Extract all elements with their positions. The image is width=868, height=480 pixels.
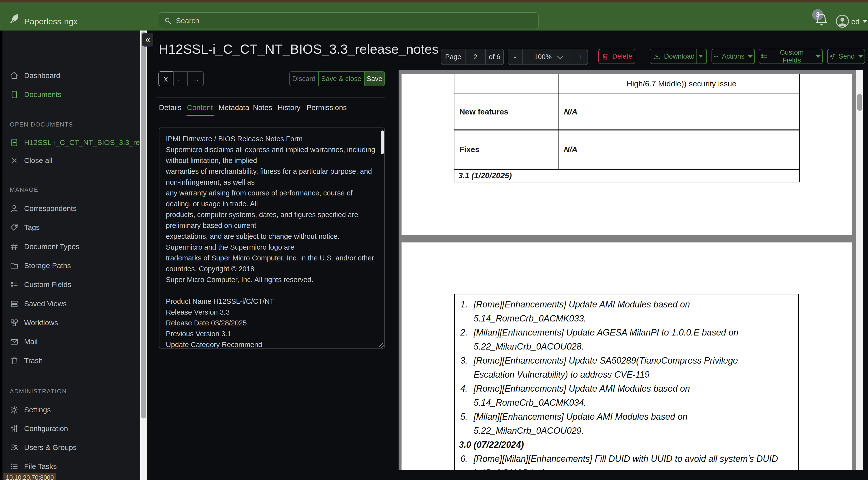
actions-button[interactable]: Actions [712, 49, 755, 64]
task-list-icon [10, 462, 19, 471]
table-value: N/A [559, 130, 799, 169]
paperless-logo-icon [9, 13, 21, 26]
sidebar-item-documents[interactable]: Documents [10, 89, 62, 100]
app-title: Paperless-ngx [24, 17, 78, 26]
custom-fields-button[interactable]: Custom Fields [759, 49, 823, 64]
list-item-number: 2. [455, 325, 474, 354]
page-number-input[interactable]: 2 [465, 49, 485, 64]
pdf-page-2: 1.[Rome][Enhancements] Update AMI Module… [402, 242, 852, 470]
save-button[interactable]: Save [364, 71, 385, 86]
list-item-text: [Rome][Milan][Enhancements] Fill DUID wi… [474, 452, 781, 470]
workflows-icon [10, 318, 19, 327]
changelog-list-item: 4.[Rome][Enhancements] Update AMI Module… [455, 382, 781, 410]
sidebar-item-storage-paths[interactable]: Storage Paths [10, 260, 71, 271]
editor-divider [156, 97, 385, 97]
list-item-number: 6. [455, 452, 474, 470]
mail-icon [10, 337, 19, 346]
sidebar-item-custom-fields[interactable]: Custom Fields [10, 279, 71, 291]
sidebar-collapse-button[interactable]: « [142, 33, 153, 47]
close-document-button[interactable]: x [158, 71, 173, 86]
sidebar-scrollbar-thumb[interactable] [141, 31, 146, 418]
search-input[interactable] [176, 16, 521, 25]
zoom-level-value: 100% [534, 53, 552, 61]
textarea-scrollbar-thumb[interactable] [381, 130, 384, 154]
tag-icon [10, 223, 19, 232]
custom-fields-icon [10, 280, 19, 289]
pdf-preview-pane[interactable]: High/6.7 Middle)) security issue New fea… [399, 70, 863, 470]
saved-views-icon [10, 299, 19, 308]
person-icon [10, 204, 19, 213]
global-search[interactable] [159, 12, 538, 29]
zoom-level-select[interactable]: 100% [522, 49, 574, 64]
zoom-control-group: - 100% + [508, 49, 588, 65]
previous-document-button[interactable]: ← [173, 71, 187, 86]
ellipsis-icon [713, 53, 718, 60]
user-avatar-icon[interactable] [836, 14, 849, 28]
document-content-textarea[interactable]: IPMI Firmware / BIOS Release Notes Form … [159, 127, 385, 349]
username-label[interactable]: ed [851, 18, 859, 26]
save-and-close-button[interactable]: Save & close [318, 71, 364, 86]
sidebar-item-configuration[interactable]: Configuration [10, 423, 68, 434]
sidebar-item-workflows[interactable]: Workflows [10, 317, 58, 329]
sidebar-item-users-groups[interactable]: Users & Groups [10, 442, 76, 453]
list-item-number: 3. [455, 354, 474, 382]
sidebar-item-saved-views[interactable]: Saved Views [10, 298, 67, 310]
sliders-icon [10, 424, 19, 433]
gear-icon [10, 406, 19, 414]
sidebar: Dashboard Documents OPEN DOCUMENTS H12SS… [2, 31, 140, 480]
sidebar-item-document-types[interactable]: Document Types [10, 241, 80, 252]
app-header: Paperless-ngx 3 ed [0, 2, 868, 31]
tab-details[interactable]: Details [159, 103, 182, 112]
sidebar-item-mail[interactable]: Mail [10, 336, 38, 348]
preview-scrollbar-thumb[interactable] [857, 94, 862, 111]
tab-content[interactable]: Content [187, 103, 213, 112]
changelog-list-item: 1.[Rome][Enhancements] Update AMI Module… [455, 297, 781, 325]
list-item-number: 1. [455, 297, 474, 325]
sidebar-item-correspondents[interactable]: Correspondents [10, 203, 76, 214]
tab-notes[interactable]: Notes [253, 103, 272, 112]
table-label: New features [455, 94, 559, 129]
list-item-text: [Milan][Enhancements] Update AGESA Milan… [474, 325, 781, 354]
changelog-list-item: 3.[Rome][Enhancements] Update SA50289(Ti… [455, 354, 781, 382]
tab-permissions[interactable]: Permissions [307, 103, 347, 112]
preview-scrollbar-track[interactable] [856, 70, 863, 470]
status-url-tooltip: 10.10.20.70:8000 [3, 473, 56, 480]
user-menu-caret-icon[interactable] [862, 20, 868, 23]
sidebar-item-dashboard[interactable]: Dashboard [10, 70, 60, 82]
download-caret-icon[interactable] [698, 55, 703, 58]
changelog-list: 1.[Rome][Enhancements] Update AMI Module… [455, 297, 798, 470]
actions-caret-icon [748, 55, 753, 58]
zoom-in-button[interactable]: + [574, 49, 588, 64]
users-icon [10, 443, 19, 452]
changelog-list-item: 5.[Milan][Enhancements] Update AMI Modul… [455, 410, 781, 438]
administration-header: ADMINISTRATION [10, 388, 67, 395]
sidebar-item-close-all[interactable]: Close all [10, 155, 53, 167]
table-cell [455, 74, 559, 93]
tab-metadata[interactable]: Metadata [218, 103, 249, 112]
textarea-resize-handle[interactable] [379, 343, 384, 348]
custom-fields-icon [761, 53, 768, 60]
home-icon [10, 71, 19, 80]
bell-icon[interactable] [814, 12, 829, 28]
table-label: Fixes [455, 130, 559, 169]
sidebar-item-file-tasks[interactable]: File Tasks [10, 460, 57, 472]
delete-button[interactable]: Delete [598, 49, 635, 64]
window-edge [0, 31, 2, 480]
document-text-icon [10, 138, 19, 147]
discard-button[interactable]: Discard [289, 71, 318, 86]
next-document-button[interactable]: → [187, 71, 204, 86]
send-button[interactable]: Send [827, 49, 865, 64]
sidebar-item-trash[interactable]: Trash [10, 355, 43, 366]
document-title: H12SSL-i_C_CT_NT_BIOS_3.3_release_notes [159, 41, 439, 57]
sidebar-item-settings[interactable]: Settings [10, 404, 51, 416]
sidebar-item-open-document[interactable]: H12SSL-i_C_CT_NT_BIOS_3.3_rel... [10, 137, 148, 148]
browser-top-strip [0, 0, 868, 2]
zoom-out-button[interactable]: - [508, 49, 522, 64]
list-item-text: [Rome][Enhancements] Update SA50289(Tian… [474, 354, 781, 382]
changelog-list-item: 2.[Milan][Enhancements] Update AGESA Mil… [455, 325, 781, 354]
table-value: N/A [559, 94, 799, 129]
tab-history[interactable]: History [278, 103, 301, 112]
sidebar-item-tags[interactable]: Tags [10, 221, 40, 233]
folder-icon [10, 261, 19, 270]
release-notes-table: High/6.7 Middle)) security issue New fea… [454, 74, 800, 182]
